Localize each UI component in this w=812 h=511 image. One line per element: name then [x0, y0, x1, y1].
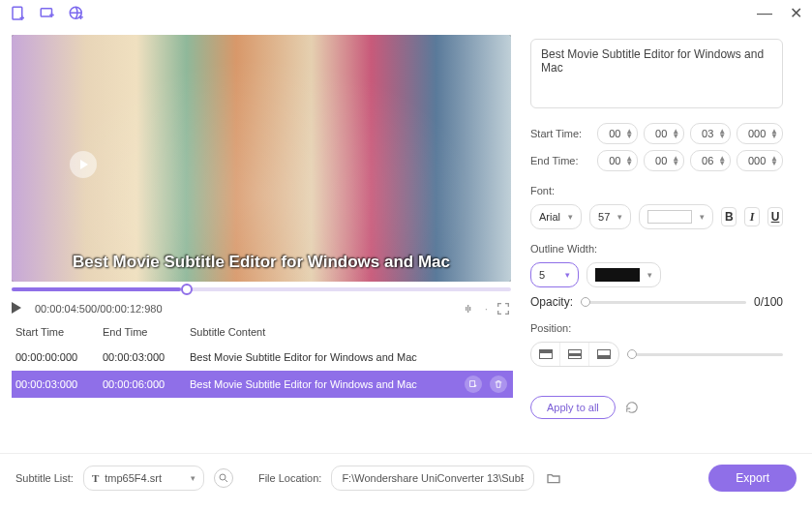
reset-icon[interactable]: [625, 401, 639, 414]
waveform-icon[interactable]: [462, 301, 477, 316]
delete-subtitle-icon[interactable]: [490, 376, 507, 393]
table-row[interactable]: 00:00:00:000 00:00:03:000 Best Movie Sub…: [12, 344, 513, 371]
subtitle-list-select[interactable]: T tmp65F4.srt ▾: [83, 466, 204, 491]
end-hour-stepper[interactable]: 00▲▼: [597, 150, 638, 171]
video-preview[interactable]: Best Movie Subtitle Editor for Windows a…: [12, 35, 511, 282]
end-time-label: End Time:: [530, 155, 591, 166]
outline-color-select[interactable]: ▾: [586, 262, 661, 287]
add-subtitle-icon[interactable]: [39, 5, 56, 22]
file-location-label: File Location:: [258, 472, 321, 484]
col-start: Start Time: [15, 326, 103, 338]
font-color-select[interactable]: ▾: [639, 204, 713, 229]
position-middle-button[interactable]: [560, 343, 589, 366]
play-button[interactable]: [12, 302, 25, 316]
opacity-label: Opacity:: [530, 295, 573, 309]
outline-label: Outline Width:: [530, 243, 783, 255]
progress-handle[interactable]: [181, 284, 193, 295]
col-content: Subtitle Content: [190, 326, 513, 338]
outline-width-select[interactable]: 5▾: [530, 262, 579, 287]
end-min-stepper[interactable]: 00▲▼: [644, 150, 684, 171]
start-ms-stepper[interactable]: 000▲▼: [737, 123, 783, 144]
file-location-input[interactable]: [331, 466, 534, 491]
table-row[interactable]: 00:00:03:000 00:00:06:000 Best Movie Sub…: [12, 371, 513, 398]
start-hour-stepper[interactable]: 00▲▼: [597, 123, 638, 144]
fullscreen-icon[interactable]: [496, 301, 511, 316]
subtitle-overlay: Best Movie Subtitle Editor for Windows a…: [12, 253, 511, 272]
video-progress[interactable]: [12, 287, 511, 291]
play-overlay-icon[interactable]: [70, 151, 97, 178]
font-family-select[interactable]: Arial▾: [530, 204, 582, 229]
export-button[interactable]: Export: [708, 465, 797, 492]
end-sec-stepper[interactable]: 06▲▼: [690, 150, 731, 171]
subtitle-table-header: Start Time End Time Subtitle Content: [12, 320, 513, 344]
col-end: End Time: [103, 326, 190, 338]
minimize-icon[interactable]: —: [757, 6, 772, 21]
start-sec-stepper[interactable]: 03▲▼: [690, 123, 731, 144]
apply-all-button[interactable]: Apply to all: [530, 396, 616, 419]
add-file-icon[interactable]: [10, 5, 27, 22]
svg-point-4: [220, 474, 226, 480]
subtitle-text-input[interactable]: [530, 39, 783, 108]
browse-folder-icon[interactable]: [544, 468, 563, 488]
position-slider[interactable]: [627, 353, 783, 356]
start-time-label: Start Time:: [530, 128, 591, 139]
position-bottom-button[interactable]: [589, 343, 618, 366]
position-top-button[interactable]: [531, 343, 560, 366]
subtitle-list-label: Subtitle List:: [15, 472, 74, 484]
new-subtitle-icon[interactable]: [465, 376, 482, 393]
title-bar: — ✕: [0, 0, 812, 27]
search-subtitle-icon[interactable]: [214, 468, 233, 488]
close-icon[interactable]: ✕: [790, 6, 802, 21]
timecode: 00:00:04:500/00:00:12:980: [35, 303, 163, 315]
position-label: Position:: [530, 322, 783, 334]
font-label: Font:: [530, 185, 783, 196]
footer-bar: Subtitle List: T tmp65F4.srt ▾ File Loca…: [0, 453, 812, 501]
italic-button[interactable]: I: [744, 207, 760, 226]
import-web-icon[interactable]: [68, 5, 85, 22]
start-min-stepper[interactable]: 00▲▼: [644, 123, 684, 144]
underline-button[interactable]: U: [767, 207, 783, 226]
opacity-value: 0/100: [754, 295, 783, 309]
end-ms-stepper[interactable]: 000▲▼: [737, 150, 783, 171]
opacity-slider[interactable]: [581, 301, 746, 304]
bold-button[interactable]: B: [721, 207, 737, 226]
font-size-select[interactable]: 57▾: [589, 204, 631, 229]
